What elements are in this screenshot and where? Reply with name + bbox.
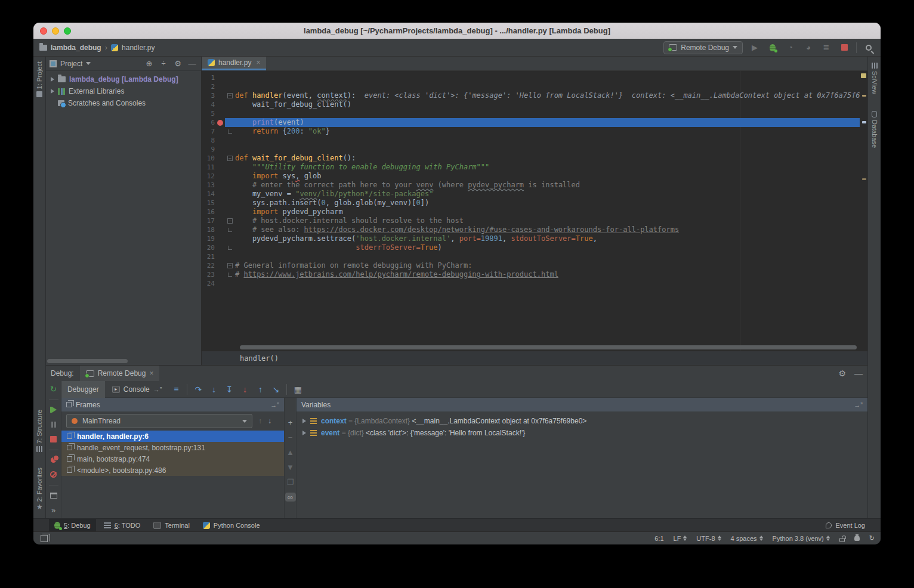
fold-gutter[interactable] [225,73,235,82]
sidebar-tab-favorites[interactable]: 2: Favorites ★ [36,468,43,510]
fold-gutter[interactable] [225,127,235,136]
fold-gutter[interactable]: − [225,261,235,270]
fold-end-icon[interactable] [228,129,232,134]
fold-gutter[interactable] [225,279,235,288]
breakpoint-gutter[interactable] [215,199,225,208]
breakpoint-gutter[interactable] [215,181,225,190]
breakpoint-gutter[interactable] [215,225,225,234]
editor-context-breadcrumb[interactable]: handler() [202,351,867,365]
run-configuration-select[interactable]: Remote Debug [663,41,743,54]
fold-gutter[interactable] [225,181,235,190]
step-out-icon[interactable]: ↑ [253,383,267,396]
variable-row[interactable]: context = {LambdaContext} <__main__.Lamb… [297,415,867,427]
breadcrumb-file[interactable]: handler.py [122,44,155,52]
run-to-cursor-icon[interactable]: ↘ [268,383,283,396]
status-item[interactable]: 6:1 [654,535,663,542]
fold-gutter[interactable] [225,234,235,243]
close-session-icon[interactable]: × [149,369,153,377]
breakpoint-gutter[interactable] [215,270,225,279]
breakpoint-gutter[interactable] [215,252,225,261]
stack-frame-row[interactable]: <module>, bootstrap.py:486 [61,465,284,476]
prev-frame-icon[interactable]: ↑ [258,417,262,425]
breakpoint-gutter[interactable] [215,109,225,118]
fold-gutter[interactable]: − [225,216,235,225]
sidebar-tab-sciview[interactable]: SciView [871,63,878,94]
resume-icon[interactable] [48,406,59,415]
breakpoint-gutter[interactable] [215,136,225,145]
project-horizontal-scrollbar[interactable] [47,359,128,363]
breakpoint-gutter[interactable] [215,91,225,100]
chevron-down-icon[interactable] [86,62,91,65]
restore-layout-icon[interactable] [48,491,59,500]
fold-gutter[interactable] [225,145,235,154]
status-item[interactable]: UTF-8 [696,535,721,542]
breakpoint-gutter[interactable] [215,82,225,91]
tree-item[interactable]: lambda_debug [Lambda Debug] [46,73,201,85]
expand-arrow-icon[interactable] [302,431,306,435]
fold-gutter[interactable] [225,199,235,208]
status-item[interactable]: Python 3.8 (venv) [773,535,830,542]
status-item[interactable]: 4 spaces [731,535,763,542]
tab-debugger[interactable]: Debugger [61,381,105,398]
hide-icon[interactable]: — [854,369,863,378]
toggle-stripes-icon[interactable] [41,535,48,542]
breakpoint-gutter[interactable] [215,145,225,154]
move-up-icon[interactable]: ▲ [286,448,294,457]
search-everywhere-icon[interactable] [863,42,875,54]
gear-icon[interactable]: ⚙ [838,369,846,378]
breakpoint-gutter[interactable] [215,243,225,252]
breakpoint-gutter[interactable] [215,73,225,82]
breakpoint-gutter[interactable] [215,208,225,216]
debug-session-tab[interactable]: Remote Debug × [80,366,160,381]
pin-icon[interactable]: →ˮ [270,401,279,408]
breakpoint-gutter[interactable] [215,118,225,127]
status-item[interactable]: LF [674,535,687,542]
remove-watch-icon[interactable]: − [288,433,293,442]
collapse-all-icon[interactable]: ÷ [158,59,169,68]
expand-arrow-icon[interactable] [51,89,54,94]
add-watch-icon[interactable]: + [288,418,293,427]
coverage-icon[interactable]: ◕ [802,42,814,54]
fold-gutter[interactable] [225,270,235,279]
gear-icon[interactable]: ⚙ [172,59,183,68]
step-over-icon[interactable]: ↷ [191,383,205,396]
breakpoint-gutter[interactable] [215,279,225,288]
fold-gutter[interactable] [225,100,235,109]
breakpoint-gutter[interactable] [215,127,225,136]
view-breakpoints-icon[interactable] [48,456,59,465]
tree-item[interactable]: Scratches and Consoles [46,97,201,109]
fold-open-icon[interactable]: − [227,93,233,98]
expand-arrow-icon[interactable] [51,77,54,82]
view-as-table-icon[interactable]: ▦ [291,383,305,396]
run-icon[interactable]: ▶ [749,42,761,54]
editor-horizontal-scrollbar[interactable] [240,345,857,349]
fold-gutter[interactable] [225,252,235,261]
hide-icon[interactable]: — [187,59,197,68]
force-step-into-icon[interactable]: ↧ [222,383,236,396]
breakpoint-gutter[interactable] [215,261,225,270]
rerun-icon[interactable]: ↻ [48,385,59,394]
toolwindow-button-terminal[interactable]: Terminal [148,519,195,532]
fold-gutter[interactable] [225,243,235,252]
fold-gutter[interactable] [225,82,235,91]
fold-end-icon[interactable] [228,273,232,277]
toolwindow-button-pythonconsole[interactable]: Python Console [197,519,265,532]
fold-gutter[interactable] [225,163,235,172]
toolwindow-button-todo[interactable]: 6: TODO [98,519,146,532]
error-stripe[interactable] [860,71,867,351]
next-frame-icon[interactable]: ↓ [268,417,271,425]
fold-gutter[interactable]: − [225,91,235,100]
sidebar-tab-structure[interactable]: 7: Structure [36,410,43,452]
fold-gutter[interactable] [225,109,235,118]
breakpoint-gutter[interactable] [215,100,225,109]
locate-icon[interactable]: ⊕ [144,59,155,68]
expand-arrow-icon[interactable] [302,419,306,423]
sidebar-tab-database[interactable]: Database [871,111,878,148]
sidebar-tab-project[interactable]: 1: Project [36,61,43,97]
breakpoint-gutter[interactable] [215,216,225,225]
breakpoint-gutter[interactable] [215,154,225,163]
fold-gutter[interactable] [225,208,235,216]
run-anything-icon[interactable]: ≣ [820,42,832,54]
pause-icon[interactable] [48,420,59,429]
hector-privacy-icon[interactable] [854,536,860,541]
